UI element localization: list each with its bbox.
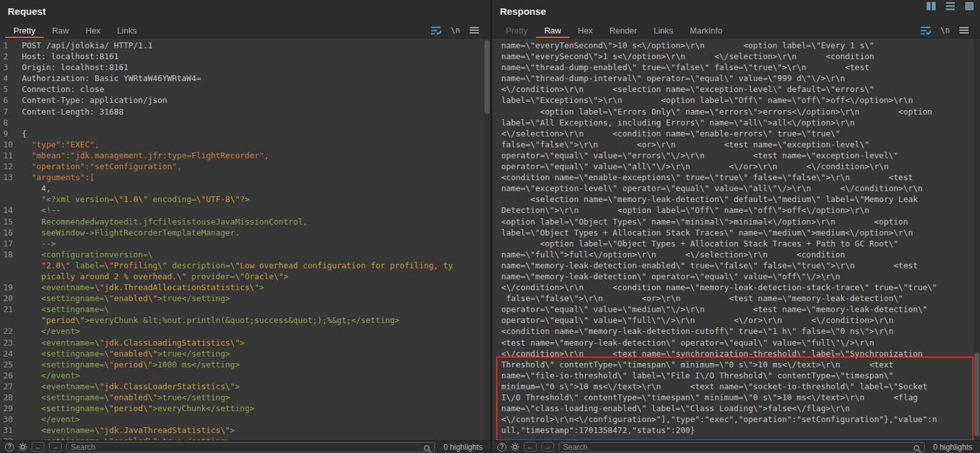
line-number: 15: [3, 216, 19, 227]
single-layout-icon[interactable]: [965, 2, 974, 10]
tab-links[interactable]: Links: [109, 22, 145, 38]
word-wrap-icon[interactable]: [920, 26, 931, 35]
request-code-line: <settingname=\"period\">everyChunk</sett…: [22, 403, 490, 414]
request-code-line: Content-Length: 31688: [22, 106, 490, 117]
response-pane: Response PrettyRawHexRenderLinksMarkInfo…: [492, 0, 980, 453]
response-code-line: Threshold\" contentType=\"timespan\" min…: [501, 359, 980, 370]
response-code-line: <test name=\"memory-leak-detection\" ope…: [501, 337, 980, 348]
request-search-input[interactable]: [66, 442, 435, 452]
request-code-line: <settingname=\"enabled\">true</setting>: [22, 293, 490, 304]
request-code-line: <!--: [22, 205, 490, 216]
request-code-line: "2.0\" label=\"Profiling\" description=\…: [22, 260, 490, 271]
request-code-line: </event>: [22, 370, 490, 381]
line-number: 18: [3, 249, 19, 260]
response-code-line: <condition name=\"memory-leak-detection-…: [501, 326, 980, 337]
tab-raw[interactable]: Raw: [536, 22, 569, 38]
line-number: [3, 194, 19, 205]
tab-pretty[interactable]: Pretty: [497, 22, 536, 38]
response-editor[interactable]: name=\"everyTenSecond\">10 s<\/option>\r…: [492, 39, 980, 440]
response-code-line: Detection\">\r\n <option label=\"Off\" n…: [501, 205, 980, 216]
request-code-line: <eventname=\"jdk.ClassLoadingStatistics\…: [22, 337, 490, 348]
line-number: 21: [3, 304, 19, 315]
previous-match-icon[interactable]: ←: [32, 442, 44, 452]
line-number: 26: [3, 370, 19, 381]
line-number: [3, 260, 19, 271]
line-number: 3: [3, 62, 19, 73]
response-code-line: name=\"thread-dump-interval\" operator=\…: [501, 73, 980, 84]
response-code-line: operator=\"equal\" value=\"medium\"\/>\r…: [501, 304, 980, 315]
request-code-line: <eventname=\"jdk.ClassLoaderStatistics\"…: [22, 381, 490, 392]
response-search-input[interactable]: [559, 442, 925, 452]
response-scrollbar-thumb[interactable]: [974, 353, 979, 436]
request-code-line: "type":"EXEC",: [22, 139, 490, 150]
request-code-line: Host: localhost:8161: [22, 51, 490, 62]
gear-icon[interactable]: [511, 443, 519, 451]
request-editor-tools: \n: [430, 22, 479, 38]
request-code-line: Origin: localhost:8161: [22, 62, 490, 73]
line-number: 17: [3, 238, 19, 249]
response-code-line: minimum=\"0 s\">10 ms<\/text>\r\n <text …: [501, 381, 980, 392]
request-scrollbar: [484, 39, 490, 440]
response-code-line: <option label=\"Errors Only\" name=\"err…: [501, 106, 980, 117]
request-search-field: [66, 442, 435, 452]
request-code-line: 4,: [22, 183, 490, 194]
response-code-line: label=\"Object Types + Allocation Stack …: [501, 227, 980, 238]
request-code-line: <settingname=\"period\">1000 ms</setting…: [22, 359, 490, 370]
line-number: 20: [3, 293, 19, 304]
response-code-line: name=\"class-loading-enabled\" label=\"C…: [501, 403, 980, 414]
newline-chars-icon[interactable]: \n: [941, 26, 950, 35]
response-code-line: name=\"exception-level\" operator=\"equa…: [501, 183, 980, 194]
request-code: POST /api/jolokia/ HTTP/1.1Host: localho…: [19, 39, 490, 440]
tab-hex[interactable]: Hex: [569, 22, 601, 38]
tab-render[interactable]: Render: [601, 22, 645, 38]
line-number: 11: [3, 150, 19, 161]
rows-layout-icon[interactable]: [946, 2, 955, 10]
line-number: 10: [3, 139, 19, 150]
line-number: 32: [3, 436, 19, 440]
help-icon[interactable]: ?: [5, 443, 14, 452]
line-number: 14: [3, 205, 19, 216]
tab-pretty[interactable]: Pretty: [5, 22, 44, 38]
request-editor[interactable]: 1234567891011121314151617181920212223242…: [0, 39, 490, 440]
line-number: 1: [3, 40, 19, 51]
request-scrollbar-thumb[interactable]: [485, 40, 490, 114]
editor-menu-icon[interactable]: [470, 27, 479, 33]
next-match-icon[interactable]: →: [49, 442, 62, 452]
response-pane-header: Response: [492, 0, 980, 22]
next-match-icon[interactable]: →: [541, 442, 554, 452]
request-code-line: Authorization: Basic YWRtaW46YWRtaW4=: [22, 73, 490, 84]
line-number: 5: [3, 84, 19, 95]
gear-icon[interactable]: [19, 443, 27, 451]
request-code-line: <settingname=\"enabled\">true</setting>: [22, 436, 490, 440]
response-code-line: name=\"thread-dump-enabled\" true=\"fals…: [501, 62, 980, 73]
tab-links[interactable]: Links: [645, 22, 681, 38]
request-search-bar: ? ← → 0 highlights: [0, 440, 490, 453]
line-number: 24: [3, 348, 19, 359]
request-code-line: <settingname=\: [22, 304, 490, 315]
word-wrap-icon[interactable]: [430, 26, 441, 35]
help-icon[interactable]: ?: [497, 443, 506, 452]
newline-chars-icon[interactable]: \n: [451, 26, 460, 35]
line-number: [3, 315, 19, 326]
request-line-numbers: 1234567891011121314151617181920212223242…: [0, 39, 19, 440]
line-number: [3, 183, 19, 194]
response-code-line: name=\"everyTenSecond\">10 s<\/option>\r…: [501, 40, 980, 51]
response-code-line: label=\"All Exceptions, including Errors…: [501, 117, 980, 128]
tab-markinfo[interactable]: MarkInfo: [681, 22, 731, 38]
response-pane-title: Response: [500, 6, 546, 17]
response-tabbar: PrettyRawHexRenderLinksMarkInfo \n: [492, 22, 980, 39]
window-layout-buttons: [916, 2, 974, 10]
tab-raw[interactable]: Raw: [44, 22, 77, 38]
response-code-line: false=\"false\">\r\n <or>\r\n <test name…: [501, 293, 980, 304]
line-number: 16: [3, 227, 19, 238]
previous-match-icon[interactable]: ←: [524, 442, 537, 452]
response-code-line: ull,"timestamp":1701358472,"status":200}: [501, 425, 980, 436]
editor-menu-icon[interactable]: [959, 27, 968, 33]
line-number: 27: [3, 381, 19, 392]
columns-layout-icon[interactable]: [927, 2, 936, 10]
tab-hex[interactable]: Hex: [77, 22, 109, 38]
request-highlights-count: 0 highlights: [443, 443, 483, 452]
line-number: 23: [3, 337, 19, 348]
request-pane-header: Request: [0, 0, 490, 22]
line-number: 19: [3, 282, 19, 293]
